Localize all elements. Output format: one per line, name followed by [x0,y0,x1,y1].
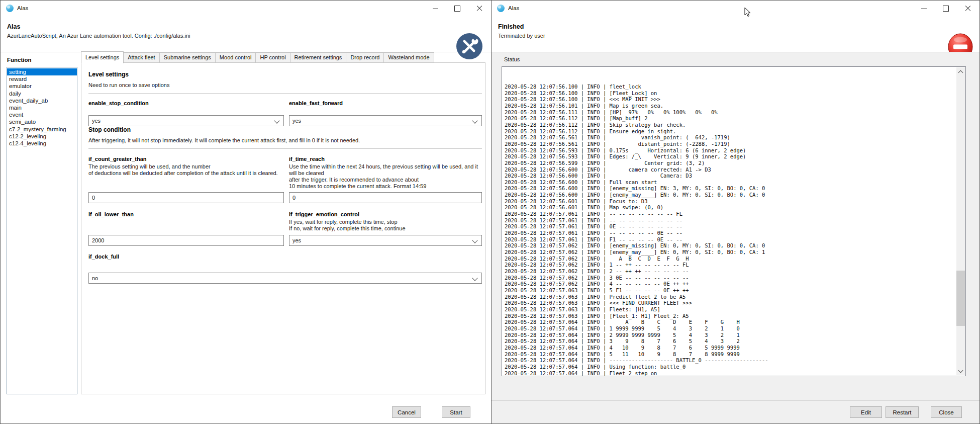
settings-tab[interactable]: HP control [256,52,290,63]
settings-tab[interactable]: Drop record [346,52,384,63]
divider [88,93,482,94]
edit-button[interactable]: Edit [850,406,882,418]
log-line: 2020-05-28 12:07:56.112 | INFO | Skip st… [505,122,955,128]
log-line: 2020-05-28 12:07:57.063 | INFO | Fleets:… [505,306,955,313]
maximize-icon [454,6,460,12]
settings-tab[interactable]: Attack fleet [124,52,159,63]
log-line: 2020-05-28 12:07:57.062 | INFO | 2 -- ++… [505,268,955,275]
log-line: 2020-05-28 12:07:56.593 | INFO | 0.175s … [505,147,955,154]
function-label: Function [7,57,32,63]
settings-tab[interactable]: Level settings [81,51,124,63]
log-line: 2020-05-28 12:07:57.064 | INFO | Using f… [505,364,955,370]
chevron-up-icon [958,70,963,75]
if-trigger-emotion-control-select[interactable]: yes [289,235,482,246]
function-list-item[interactable]: setting [7,68,77,75]
enable-fast-forward-value: yes [292,118,301,124]
window-title: Alas [17,5,28,11]
function-list-item[interactable]: event_daily_ab [7,97,77,104]
log-lines: 2020-05-28 12:07:56.100 | INFO | fleet_l… [505,66,955,376]
minimize-button[interactable] [431,4,440,13]
close-button[interactable] [475,4,484,13]
function-list-item[interactable]: daily [7,90,77,97]
titlebar: Alas [1,1,491,17]
log-line: 2020-05-28 12:07:56.601 | INFO | Focus t… [505,198,955,205]
status-label: Status [504,56,520,62]
settings-tab[interactable]: Retirement settings [290,52,347,63]
if-time-reach-input[interactable] [289,192,482,203]
restart-button[interactable]: Restart [886,406,919,418]
field-label-if-count-greater-than: if_count_greater_than [88,156,284,162]
chevron-down-icon [958,368,963,373]
settings-tab[interactable]: Submarine settings [160,52,216,63]
log-line: 2020-05-28 12:07:56.111 | INFO | [HP] 97… [505,109,955,116]
log-line: 2020-05-28 12:07:56.101 | INFO | Map is … [505,103,955,109]
run-state-title: Finished [498,23,524,30]
log-line: 2020-05-28 12:07:56.100 | INFO | <<< MAP… [505,96,955,103]
window-title: Alas [508,5,519,11]
scrollbar-thumb[interactable] [956,271,965,326]
scroll-down-button[interactable] [956,367,965,375]
function-list-item[interactable]: event [7,111,77,118]
scroll-up-button[interactable] [956,67,965,76]
field-desc-if-trigger-emotion-control: If yes, wait for reply, complete this ti… [289,219,482,232]
function-list-item[interactable]: c7-2_mystery_farming [7,126,77,133]
log-line: 2020-05-28 12:07:56.600 | INFO | [enemy_… [505,185,955,192]
maximize-button[interactable] [453,4,462,13]
enable-fast-forward-select[interactable]: yes [289,115,482,126]
section-heading-stop-condition: Stop condition [88,126,482,133]
function-list-item[interactable]: emulator [7,82,77,90]
if-count-greater-than-input[interactable] [88,192,284,203]
log-line: 2020-05-28 12:07:57.064 | INFO | 4 10 9 … [505,345,955,351]
enable-stop-condition-value: yes [92,118,101,124]
chevron-down-icon [274,118,279,123]
enable-stop-condition-select[interactable]: yes [88,115,284,126]
minimize-icon [433,9,438,9]
close-button[interactable] [963,4,972,13]
log-line: 2020-05-28 12:07:57.063 | INFO | Predict… [505,294,955,300]
close-dialog-button[interactable]: Close [931,406,962,418]
settings-tab[interactable]: Mood control [216,52,256,63]
if-oil-lower-than-input[interactable] [88,235,284,246]
field-label-if-dock-full: if_dock_full [88,253,482,260]
function-list-item[interactable]: c12-4_leveling [7,140,77,147]
log-line: 2020-05-28 12:07:56.600 | INFO | camera … [505,166,955,173]
chevron-down-icon [472,118,477,123]
log-line: 2020-05-28 12:07:57.062 | INFO | 1 -- ++… [505,262,955,268]
log-line: 2020-05-28 12:07:57.063 | INFO | 5 F1 --… [505,287,955,294]
log-line: 2020-05-28 12:07:56.100 | INFO | fleet_l… [505,83,955,90]
function-list[interactable]: settingrewardemulatordailyevent_daily_ab… [7,67,77,394]
log-scrollbar[interactable] [956,67,965,375]
divider [88,148,482,149]
log-line: 2020-05-28 12:07:56.601 | INFO | Map swi… [505,204,955,211]
log-line: 2020-05-28 12:07:57.063 | INFO | <<< FIN… [505,300,955,306]
config-header: Alas AzurLaneAutoScript, An Azur Lane au… [1,17,491,52]
function-list-item[interactable]: semi_auto [7,118,77,125]
minimize-button[interactable] [919,4,928,13]
log-output[interactable]: 2020-05-28 12:07:56.100 | INFO | fleet_l… [502,66,966,376]
field-desc-if-count-greater-than: The previous setting will be used, and t… [88,163,284,177]
log-line: 2020-05-28 12:07:56.561 | INFO | distant… [505,141,955,147]
field-label-if-trigger-emotion-control: if_trigger_emotion_control [289,211,482,217]
log-line: 2020-05-28 12:07:57.062 | INFO | 3 0E --… [505,275,955,281]
function-list-item[interactable]: c12-2_leveling [7,133,77,140]
log-line: 2020-05-28 12:07:56.593 | INFO | Edges: … [505,153,955,160]
if-dock-full-select[interactable]: no [88,273,482,284]
function-list-item[interactable]: reward [7,75,77,82]
alas-app-icon [6,4,14,13]
start-button[interactable]: Start [442,406,470,418]
field-label-enable-fast-forward: enable_fast_forward [289,100,482,106]
log-line: 2020-05-28 12:07:56.100 | INFO | [Fleet_… [505,90,955,97]
settings-tab[interactable]: Wasteland mode [384,52,434,63]
maximize-button[interactable] [941,4,950,13]
config-title: Alas [7,23,20,30]
log-line: 2020-05-28 12:07:57.062 | INFO | [enemy_… [505,242,955,249]
close-icon [965,6,971,12]
level-settings-pane: Level settings Need to run once to save … [81,62,485,394]
field-label-if-oil-lower-than: if_oil_lower_than [88,211,284,217]
if-trigger-emotion-control-value: yes [292,237,301,243]
log-line: 2020-05-28 12:07:56.600 | INFO | Camera:… [505,173,955,179]
minimize-icon [921,9,927,9]
function-list-item[interactable]: main [7,104,77,111]
cancel-button[interactable]: Cancel [392,406,421,418]
chevron-down-icon [472,237,477,243]
